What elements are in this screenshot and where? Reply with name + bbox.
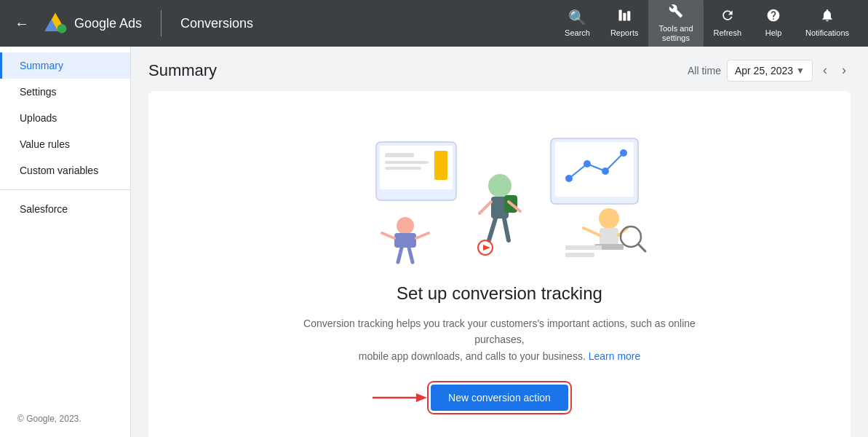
svg-rect-3 [619,10,622,21]
reports-nav-label: Reports [610,28,639,38]
main-content: Summary All time Apr 25, 2023 ▼ ‹ › [131,47,868,437]
svg-line-22 [504,219,509,240]
svg-marker-26 [483,245,490,251]
sidebar-item-value-rules[interactable]: Value rules [0,131,130,157]
page-context-label: Conversions [180,16,253,31]
app-name-label: Google Ads [74,16,142,31]
svg-rect-5 [627,12,630,21]
top-navigation: ← Google Ads Conversions 🔍 Search Report… [0,0,868,47]
next-date-button[interactable]: › [837,58,851,82]
svg-point-38 [621,227,641,247]
topnav-right: 🔍 Search Reports Tools andsettings Refre… [554,0,859,47]
search-nav-button[interactable]: 🔍 Search [554,4,600,42]
svg-rect-34 [600,228,618,246]
learn-more-link[interactable]: Learn more [589,350,641,362]
tools-icon [669,4,683,22]
alltime-label: All time [688,65,721,76]
card-description: Conversion tracking helps you track your… [296,315,704,364]
sidebar-item-summary[interactable]: Summary [0,52,130,79]
tools-nav-button[interactable]: Tools andsettings [648,0,703,47]
svg-point-2 [57,24,67,34]
svg-rect-40 [565,245,602,250]
reports-icon [617,8,632,26]
help-icon [766,8,781,26]
svg-line-17 [416,233,429,238]
svg-line-16 [382,233,394,238]
notifications-nav-label: Notifications [805,28,849,38]
notifications-icon [820,8,835,26]
prev-date-button[interactable]: ‹ [819,58,832,82]
red-arrow-annotation [373,387,427,409]
svg-line-39 [639,245,645,251]
tools-nav-label: Tools andsettings [658,24,693,43]
sidebar: Summary Settings Uploads Value rules Cus… [0,47,131,437]
svg-point-12 [397,217,414,235]
topnav-left: ← Google Ads Conversions [9,9,554,38]
svg-point-18 [488,174,511,197]
header-right: All time Apr 25, 2023 ▼ ‹ › [688,58,851,82]
search-icon: 🔍 [568,9,586,26]
date-value: Apr 25, 2023 [735,65,793,76]
date-selector[interactable]: Apr 25, 2023 ▼ [727,60,813,82]
sidebar-item-settings[interactable]: Settings [0,79,130,105]
svg-line-14 [398,248,402,262]
help-nav-label: Help [765,28,782,38]
svg-line-35 [584,228,600,235]
svg-rect-13 [394,233,416,248]
page-title: Summary [148,61,217,80]
sidebar-footer: © Google, 2023. [0,408,131,430]
chevron-down-icon: ▼ [796,66,805,76]
svg-rect-11 [434,151,447,180]
new-conversion-action-button[interactable]: New conversion action [431,385,568,411]
reports-nav-button[interactable]: Reports [600,4,649,42]
svg-line-21 [489,219,495,240]
svg-rect-8 [385,153,414,157]
conversion-tracking-card: Set up conversion tracking Conversion tr… [148,91,851,437]
help-nav-button[interactable]: Help [752,4,795,42]
refresh-nav-label: Refresh [714,28,742,38]
card-heading: Set up conversion tracking [397,283,602,304]
sidebar-item-uploads[interactable]: Uploads [0,105,130,131]
svg-marker-43 [416,393,427,402]
google-ads-logo-icon [42,10,68,36]
svg-rect-9 [385,161,429,164]
refresh-nav-button[interactable]: Refresh [704,4,752,42]
notifications-nav-button[interactable]: Notifications [795,4,859,42]
sidebar-item-custom-variables[interactable]: Custom variables [0,157,130,184]
svg-rect-10 [385,167,421,170]
svg-point-33 [599,208,619,229]
svg-line-23 [479,202,491,213]
search-nav-label: Search [565,28,590,38]
content-header: Summary All time Apr 25, 2023 ▼ ‹ › [131,47,868,91]
svg-rect-41 [565,253,594,257]
refresh-icon [720,8,735,26]
sidebar-divider [0,189,130,190]
app-logo: Google Ads [42,10,142,36]
sidebar-item-salesforce[interactable]: Salesforce [0,196,130,222]
back-button[interactable]: ← [9,9,35,38]
button-with-arrow: New conversion action [431,385,568,411]
svg-line-15 [409,248,413,262]
svg-rect-4 [624,13,626,21]
main-layout: Summary Settings Uploads Value rules Cus… [0,47,868,437]
illustration [340,120,660,266]
nav-divider [161,10,162,36]
